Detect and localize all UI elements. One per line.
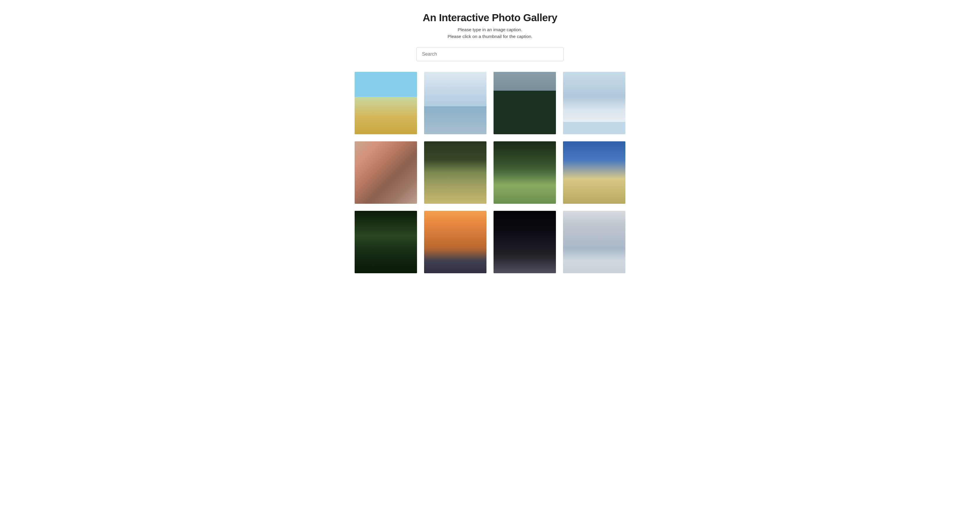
photo-item-7[interactable] (493, 141, 556, 204)
photo-item-9[interactable] (355, 211, 417, 273)
photo-item-4[interactable] (563, 72, 625, 134)
search-wrapper (417, 47, 563, 61)
photo-item-1[interactable] (355, 72, 417, 134)
subtitle-2: Please click on a thumbnail for the capt… (448, 34, 533, 39)
photo-item-12[interactable] (563, 211, 625, 273)
page-title: An Interactive Photo Gallery (423, 12, 557, 24)
subtitle-1: Please type in an image caption. (458, 27, 522, 32)
photo-item-6[interactable] (424, 141, 487, 204)
page-container: An Interactive Photo Gallery Please type… (349, 0, 631, 291)
photo-item-11[interactable] (493, 211, 556, 273)
photo-item-3[interactable] (493, 72, 556, 134)
photo-grid (355, 72, 625, 273)
photo-item-8[interactable] (563, 141, 625, 204)
photo-item-2[interactable] (424, 72, 487, 134)
photo-item-5[interactable] (355, 141, 417, 204)
search-input[interactable] (417, 47, 563, 61)
photo-item-10[interactable] (424, 211, 487, 273)
